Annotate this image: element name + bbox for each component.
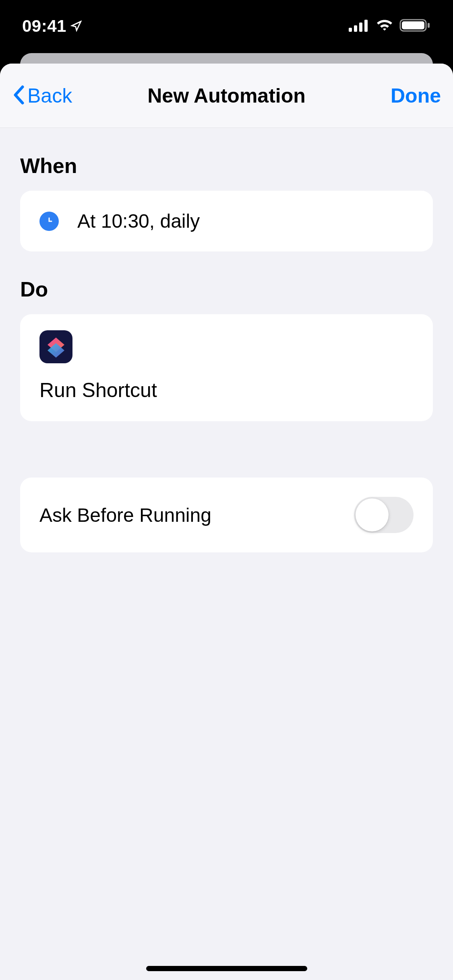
battery-icon <box>399 18 431 34</box>
when-card[interactable]: At 10:30, daily <box>20 191 433 251</box>
ask-before-running-row: Ask Before Running <box>20 478 433 552</box>
svg-rect-6 <box>428 23 430 28</box>
svg-rect-0 <box>349 28 352 32</box>
content-area: When At 10:30, daily Do <box>0 128 453 980</box>
svg-rect-1 <box>354 25 357 32</box>
location-icon <box>70 16 82 36</box>
clock-icon <box>39 212 59 231</box>
modal-sheet: Back New Automation Done When At 10:30, … <box>0 64 453 980</box>
done-button[interactable]: Done <box>391 84 441 107</box>
svg-rect-5 <box>402 21 424 29</box>
ask-before-running-label: Ask Before Running <box>39 504 211 526</box>
when-row: At 10:30, daily <box>20 191 433 251</box>
status-icons <box>349 18 431 34</box>
status-bar: 09:41 <box>0 0 453 52</box>
ask-before-running-toggle[interactable] <box>354 497 414 533</box>
toggle-knob <box>356 498 389 531</box>
do-card[interactable]: Run Shortcut <box>20 314 433 421</box>
do-action-text: Run Shortcut <box>39 379 414 402</box>
back-label: Back <box>27 84 72 107</box>
shortcuts-app-icon <box>39 330 72 363</box>
back-button[interactable]: Back <box>12 84 72 107</box>
nav-title: New Automation <box>147 84 306 107</box>
chevron-left-icon <box>12 85 26 106</box>
when-trigger-text: At 10:30, daily <box>77 210 200 232</box>
svg-rect-3 <box>364 20 368 32</box>
when-section-title: When <box>20 154 433 178</box>
wifi-icon <box>375 19 394 34</box>
do-section-title: Do <box>20 277 433 301</box>
status-time-group: 09:41 <box>22 16 82 36</box>
navigation-bar: Back New Automation Done <box>0 64 453 128</box>
svg-rect-2 <box>359 23 362 32</box>
home-indicator[interactable] <box>146 966 307 971</box>
cellular-icon <box>349 19 370 33</box>
status-time: 09:41 <box>22 16 66 36</box>
